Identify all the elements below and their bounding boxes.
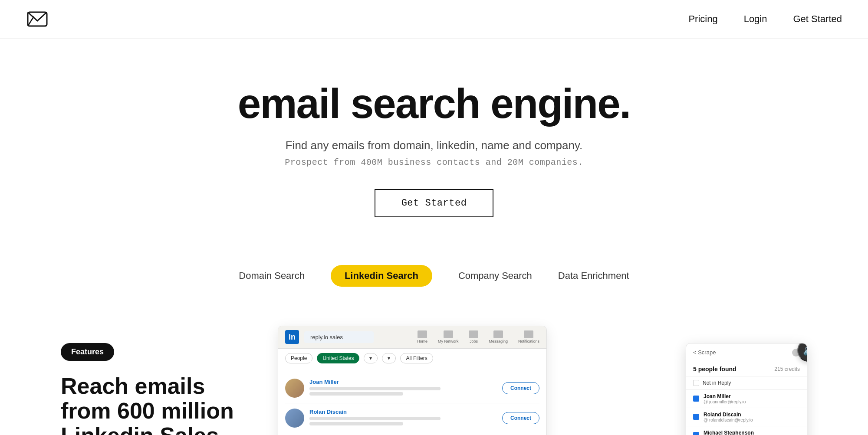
reply-person-name-3: Michael Stephenson [704,430,800,435]
nav-login[interactable]: Login [744,13,767,25]
reply-not-in-reply-label[interactable]: Not in Reply [693,380,731,386]
features-left-panel: Features Reach emails from 600 million L… [61,326,243,435]
hero-title: email search engine. [17,82,851,126]
reply-found-text: 5 people found [693,366,736,373]
linkedin-messaging-icon: Messaging [489,330,508,343]
linkedin-person-info-2: Rolan Discain [309,409,497,427]
header: Pricing Login Get Started [0,0,868,39]
hero-subtitle: Find any emails from domain, linkedin, n… [17,139,851,152]
linkedin-person-line-2b [309,422,403,425]
logo-area[interactable] [26,8,49,30]
features-heading: Reach emails from 600 million Linkedin S… [61,374,243,435]
logo-icon [26,8,49,30]
linkedin-person-name-2: Rolan Discain [309,409,497,415]
linkedin-result-row-3 [285,433,539,435]
linkedin-result-row-2: Rolan Discain Connect [285,403,539,433]
linkedin-logo-icon: in [285,330,299,344]
features-badge: Features [61,343,114,361]
linkedin-home-icon: Home [417,330,427,343]
hero-section: email search engine. Find any emails fro… [0,39,868,243]
linkedin-avatar-2 [285,409,304,428]
tab-data-enrichment[interactable]: Data Enrichment [558,266,629,286]
reply-person-name-2: Roland Discain [704,412,800,418]
svg-line-1 [28,16,34,26]
reply-person-checkbox-1[interactable] [693,396,699,402]
linkedin-connect-btn-1[interactable]: Connect [502,382,539,394]
reply-person-row-2: Roland Discain @ rolanddiscain@reply.io [686,408,807,426]
nav-get-started[interactable]: Get Started [793,13,842,25]
reply-not-in-reply-text: Not in Reply [703,380,731,386]
linkedin-extra-filter-2[interactable]: ▾ [382,353,396,363]
reply-person-email-1: @ joanmiller@reply.io [704,399,800,404]
linkedin-person-line-1 [309,387,441,390]
tab-domain-search[interactable]: Domain Search [239,266,305,286]
hero-subtext: Prospect from 400M business contacts and… [17,157,851,167]
reply-person-checkbox-2[interactable] [693,414,699,420]
hero-cta-button[interactable]: Get Started [375,189,494,217]
reply-header: < Scrape [686,343,807,362]
reply-credits-row: 5 people found 215 credits [693,366,800,373]
reply-not-in-reply-checkbox[interactable] [693,380,699,386]
reply-found-section: 5 people found 215 credits [686,362,807,376]
reply-person-checkbox-3[interactable] [693,432,699,435]
reply-person-name-1: Joan Miller [704,393,800,399]
linkedin-topbar: in reply.io sales Home My Network Jobs [278,326,546,349]
tab-linkedin-search[interactable]: Linkedin Search [331,265,432,287]
linkedin-person-line-1b [309,392,403,396]
reply-credits-count: 215 credits [774,366,800,372]
main-nav: Pricing Login Get Started [688,13,842,25]
linkedin-person-line-2a [309,417,441,420]
screenshots-area: in reply.io sales Home My Network Jobs [278,326,807,435]
linkedin-avatar-1 [285,379,304,398]
reply-person-info-1: Joan Miller @ joanmiller@reply.io [704,393,800,404]
reply-person-email-2: @ rolanddiscain@reply.io [704,418,800,422]
linkedin-notifications-icon: Notifications [518,330,539,343]
linkedin-all-filters[interactable]: All Filters [400,353,433,363]
linkedin-screenshot: in reply.io sales Home My Network Jobs [278,326,547,435]
reply-person-row-3: Michael Stephenson @ michael.stephenson@… [686,426,807,435]
tab-company-search[interactable]: Company Search [458,266,532,286]
linkedin-network-icon: My Network [438,330,459,343]
linkedin-filter-bar: People United States ▾ ▾ All Filters [278,349,546,368]
reply-person-info-2: Roland Discain @ rolanddiscain@reply.io [704,412,800,422]
linkedin-result-row: Joan Miller Connect [285,373,539,403]
reply-screenshot: < Scrape 5 people found 215 credits Not … [686,343,807,435]
reply-person-info-3: Michael Stephenson @ michael.stephenson@… [704,430,800,435]
linkedin-extra-filter-1[interactable]: ▾ [364,353,378,363]
nav-pricing[interactable]: Pricing [688,13,717,25]
linkedin-jobs-icon: Jobs [469,330,478,343]
reply-back-button[interactable]: < Scrape [693,349,716,356]
feature-tabs: Domain Search Linkedin Search Company Se… [0,243,868,300]
linkedin-person-name-1: Joan Miller [309,379,497,385]
linkedin-search-bar: reply.io sales [304,331,374,343]
linkedin-nav-icons: Home My Network Jobs Messaging [417,330,539,343]
features-section: Features Reach emails from 600 million L… [0,300,868,435]
linkedin-country-filter[interactable]: United States [317,353,359,363]
reply-not-in-reply-row: Not in Reply [686,376,807,390]
linkedin-results: Joan Miller Connect Rolan Discain Connec… [278,368,546,435]
linkedin-connect-btn-2[interactable]: Connect [502,412,539,424]
linkedin-person-info-1: Joan Miller [309,379,497,397]
linkedin-people-filter[interactable]: People [285,353,312,363]
reply-person-row-1: Joan Miller @ joanmiller@reply.io [686,390,807,408]
